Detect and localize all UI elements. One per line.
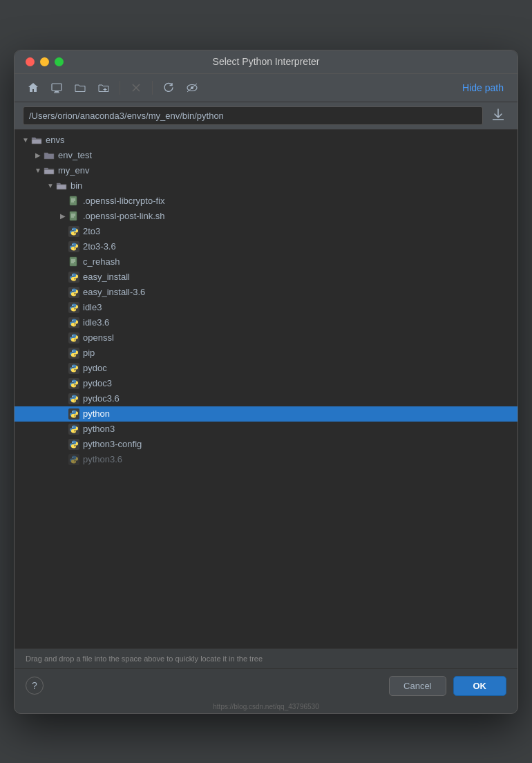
tree-item-name: python3-config [83,439,142,449]
tree-item-name: 2to3 [83,226,100,236]
python-file-icon [68,454,79,465]
python-file-icon [68,348,79,359]
tree-item-python3-config[interactable]: python3-config [15,437,517,452]
tree-item-python3-6[interactable]: python3.6 [15,452,517,467]
folder-open-icon [44,165,55,176]
file-type-icon [68,454,79,465]
toolbar-separator-2 [152,81,153,95]
svg-point-22 [73,244,73,245]
file-type-icon [68,317,79,328]
tree-item-python[interactable]: python [15,406,517,422]
status-bar: Drag and drop a file into the space abov… [15,648,517,668]
tree-item-name: 2to3-3.6 [83,241,116,252]
svg-rect-24 [70,257,77,266]
tree-item-openssl-post-link[interactable]: ▶ .openssl-post-link.sh [15,209,517,224]
file-type-icon [68,393,79,404]
hide-path-button[interactable]: Hide path [457,79,509,96]
tree-item-easy_install[interactable]: easy_install [15,270,517,285]
tree-item-python3[interactable]: python3 [15,422,517,437]
tree-item-env_test[interactable]: ▶ env_test [15,148,517,163]
dialog-title: Select Python Interpreter [213,56,320,67]
button-bar: ? Cancel OK [15,668,517,703]
tree-item-2to3[interactable]: 2to3 [15,224,517,239]
svg-point-20 [75,233,75,234]
folder-open-icon [56,180,67,191]
svg-rect-1 [55,91,59,93]
svg-point-62 [73,442,73,442]
python-file-icon [68,408,79,420]
toolbar-separator [120,81,120,95]
tree-item-name: my_env [58,165,90,176]
download-icon [491,108,505,120]
ok-button[interactable]: OK [453,676,507,696]
folder-icon [44,150,55,161]
svg-point-53 [73,396,73,397]
new-folder-button[interactable] [93,78,114,97]
file-type-icon [68,363,79,374]
file-type-icon [68,287,79,298]
dialog: Select Python Interpreter [14,50,518,714]
tree-item-name: .openssl-post-link.sh [83,211,165,221]
file-type-icon [68,408,79,420]
tree-item-name: envs [46,135,64,145]
path-input[interactable] [23,106,483,125]
tree-item-name: bin [70,180,82,191]
svg-point-56 [73,411,73,412]
maximize-button[interactable] [55,57,64,66]
tree-item-envs[interactable]: ▼ envs [15,133,517,148]
file-tree[interactable]: ▼ envs ▶ env_test ▼ my_env ▼ bin [15,130,517,648]
python-file-icon [68,332,79,343]
file-type-icon [68,348,79,359]
file-type-icon [68,241,79,252]
python-file-icon [68,302,79,313]
script-file-icon [68,211,79,222]
tree-item-pydoc[interactable]: pydoc [15,361,517,376]
tree-arrow: ▶ [32,151,44,159]
svg-point-38 [73,320,73,321]
svg-rect-0 [52,84,61,91]
tree-item-idle36[interactable]: idle3.6 [15,315,517,330]
svg-point-30 [75,279,75,279]
svg-point-19 [73,229,73,229]
tree-item-2to3-36[interactable]: 2to3-3.6 [15,239,517,254]
path-action-button[interactable] [487,106,509,125]
file-type-icon [68,424,79,435]
tree-item-openssl-libcrypto[interactable]: .openssl-libcrypto-fix [15,194,517,209]
eye-icon [187,82,198,93]
tree-item-pydoc3[interactable]: pydoc3 [15,376,517,391]
svg-point-23 [75,248,75,249]
refresh-icon [163,82,174,93]
script-file-icon [68,256,79,267]
svg-point-65 [73,457,73,458]
tree-item-easy_install-36[interactable]: easy_install-3.6 [15,285,517,300]
tree-item-pip[interactable]: pip [15,346,517,361]
svg-point-39 [75,324,75,325]
svg-point-44 [73,350,73,351]
tree-item-c_rehash[interactable]: c_rehash [15,254,517,270]
tree-item-pydoc36[interactable]: pydoc3.6 [15,391,517,406]
tree-item-name: pydoc3 [83,378,112,388]
file-type-icon [68,302,79,313]
svg-point-29 [73,274,73,275]
svg-point-66 [75,461,75,462]
close-button[interactable] [26,57,35,66]
minimize-button[interactable] [40,57,49,66]
python-file-icon [68,363,79,374]
tree-item-openssl[interactable]: openssl [15,330,517,346]
tree-item-my_env[interactable]: ▼ my_env [15,163,517,178]
home-button[interactable] [23,78,44,97]
refresh-button[interactable] [158,78,179,97]
cancel-button[interactable]: Cancel [389,676,446,696]
desktop-button[interactable] [46,78,67,97]
help-button[interactable]: ? [26,677,44,695]
tree-item-bin[interactable]: ▼ bin [15,178,517,194]
tree-item-idle3[interactable]: idle3 [15,300,517,315]
desktop-icon [51,82,62,93]
show-hidden-button[interactable] [182,78,202,97]
svg-point-54 [75,400,75,401]
python-file-icon [68,393,79,404]
delete-button[interactable] [126,78,146,97]
browse-folder-button[interactable] [70,78,91,97]
file-type-icon [44,150,55,161]
svg-rect-10 [70,196,77,205]
